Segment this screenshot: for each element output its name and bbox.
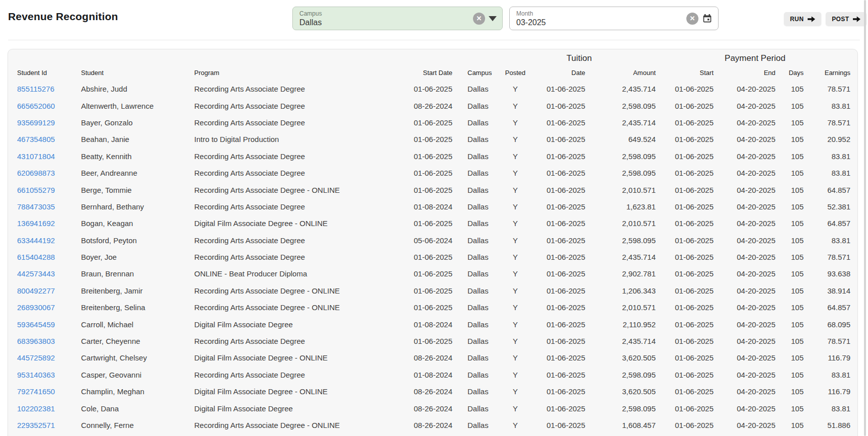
table-cell: Recording Arts Associate Degree: [194, 198, 407, 215]
divider: [8, 40, 860, 40]
table-cell: 01-06-2025: [530, 215, 587, 232]
month-filter-text[interactable]: Month 03-2025: [510, 10, 686, 27]
table-cell: 105: [777, 181, 806, 198]
table-cell: Digital Film Associate Degree - ONLINE: [194, 349, 407, 366]
table-cell: Intro to Digital Production: [194, 131, 407, 148]
run-button[interactable]: RUN: [784, 12, 821, 26]
table-row: 800492277Breitenberg, JamirRecording Art…: [17, 282, 852, 299]
table-cell: Dallas: [454, 333, 501, 349]
arrow-right-icon: [808, 16, 815, 22]
campus-clear-icon[interactable]: ✕: [473, 13, 485, 25]
table-cell: 1,206.343: [587, 282, 658, 299]
column-header-payment-end[interactable]: End: [716, 64, 777, 81]
table-cell: Dallas: [454, 316, 501, 332]
table-cell: Breitenberg, Jamir: [81, 282, 194, 299]
student-id-cell: 593645459: [17, 316, 81, 332]
column-header-student-id[interactable]: Student Id: [17, 64, 81, 81]
student-id-cell: 633444192: [17, 232, 81, 249]
student-id-cell: 935699129: [17, 114, 81, 131]
student-id-link[interactable]: 788473035: [17, 202, 55, 211]
student-id-link[interactable]: 935699129: [17, 118, 55, 127]
chevron-down-icon[interactable]: [489, 16, 497, 21]
table-cell: 01-06-2025: [658, 165, 716, 181]
calendar-icon[interactable]: [702, 13, 713, 24]
table-cell: Y: [501, 299, 530, 316]
table-cell: 105: [777, 282, 806, 299]
student-id-link[interactable]: 102202381: [17, 404, 55, 413]
student-id-link[interactable]: 665652060: [17, 102, 55, 110]
student-id-link[interactable]: 229352571: [17, 421, 55, 429]
table-cell: 01-06-2025: [530, 81, 587, 97]
table-cell: 01-06-2025: [530, 114, 587, 131]
student-id-link[interactable]: 855115276: [17, 85, 54, 93]
table-cell: 01-06-2025: [407, 299, 454, 316]
column-header-posted[interactable]: Posted: [501, 64, 530, 81]
table-cell: 105: [777, 265, 806, 282]
student-id-link[interactable]: 442573443: [17, 269, 55, 278]
table-cell: 01-06-2025: [530, 181, 587, 198]
month-clear-icon[interactable]: ✕: [686, 13, 698, 25]
student-id-link[interactable]: 800492277: [17, 286, 55, 295]
table-cell: 01-06-2025: [658, 81, 716, 97]
student-id-link[interactable]: 445725892: [17, 353, 55, 362]
table-cell: 01-06-2025: [530, 249, 587, 265]
table-cell: 3,620.505: [587, 349, 658, 366]
table-cell: Bayer, Gonzalo: [81, 114, 194, 131]
student-id-cell: 788473035: [17, 198, 81, 215]
column-header-tuition-date[interactable]: Date: [530, 64, 587, 81]
student-id-cell: 229352571: [17, 417, 81, 433]
month-filter[interactable]: Month 03-2025 ✕: [509, 7, 719, 30]
column-header-days[interactable]: Days: [777, 64, 806, 81]
campus-filter-text[interactable]: Campus Dallas: [293, 10, 473, 27]
table-cell: 05-06-2024: [407, 232, 454, 249]
table-row: 661055279Berge, TommieRecording Arts Ass…: [17, 181, 852, 198]
table-cell: 83.81: [806, 165, 852, 181]
table-cell: Recording Arts Associate Degree: [194, 367, 407, 383]
table-cell: 2,598.095: [587, 148, 658, 165]
column-header-payment-start[interactable]: Start: [658, 64, 716, 81]
table-cell: Recording Arts Associate Degree: [194, 148, 407, 165]
table-cell: 2,010.571: [587, 299, 658, 316]
table-cell: 51.886: [806, 417, 852, 433]
student-id-link[interactable]: 593645459: [17, 320, 55, 329]
table-cell: 01-06-2025: [530, 165, 587, 181]
payment-period-group-header: Payment Period: [658, 49, 852, 64]
vertical-scrollbar[interactable]: [864, 0, 866, 436]
column-header-earnings[interactable]: Earnings: [806, 64, 852, 81]
table-cell: Digital Film Associate Degree - ONLINE: [194, 215, 407, 232]
student-id-link[interactable]: 633444192: [17, 236, 55, 245]
student-id-link[interactable]: 615404288: [17, 253, 55, 261]
column-header-campus[interactable]: Campus: [454, 64, 501, 81]
campus-filter[interactable]: Campus Dallas ✕: [292, 7, 503, 30]
student-id-link[interactable]: 620698873: [17, 169, 55, 177]
table-cell: Bernhard, Bethany: [81, 198, 194, 215]
group-header-spacer: [17, 49, 501, 64]
table-cell: 01-06-2025: [407, 114, 454, 131]
table-row: 633444192Botsford, PeytonRecording Arts …: [17, 232, 852, 249]
table-cell: Abshire, Judd: [81, 81, 194, 97]
student-id-link[interactable]: 683963803: [17, 337, 55, 345]
student-id-link[interactable]: 661055279: [17, 186, 55, 194]
student-id-link[interactable]: 953140363: [17, 371, 55, 379]
column-header-tuition-amount[interactable]: Amount: [587, 64, 658, 81]
post-button[interactable]: POST: [826, 12, 866, 26]
student-id-cell: 665652060: [17, 97, 81, 114]
student-id-link[interactable]: 431071804: [17, 152, 55, 161]
table-cell: 04-20-2025: [716, 97, 777, 114]
table-cell: Champlin, Meghan: [81, 383, 194, 400]
column-header-program[interactable]: Program: [194, 64, 407, 81]
table-cell: 01-06-2025: [530, 198, 587, 215]
clear-icon-glyph: ✕: [690, 15, 695, 22]
post-button-label: POST: [832, 16, 849, 23]
student-id-link[interactable]: 467354805: [17, 135, 55, 143]
table-cell: 08-26-2024: [407, 97, 454, 114]
table-cell: Digital Film Associate Degree: [194, 316, 407, 332]
student-id-link[interactable]: 136941692: [17, 219, 55, 228]
student-id-link[interactable]: 792741650: [17, 387, 55, 396]
table-row: 665652060Altenwerth, LawrenceRecording A…: [17, 97, 852, 114]
student-id-link[interactable]: 268930067: [17, 303, 55, 312]
table-cell: 01-06-2025: [530, 131, 587, 148]
column-header-start-date[interactable]: Start Date: [407, 64, 454, 81]
column-header-student[interactable]: Student: [81, 64, 194, 81]
table-cell: 01-06-2025: [530, 97, 587, 114]
